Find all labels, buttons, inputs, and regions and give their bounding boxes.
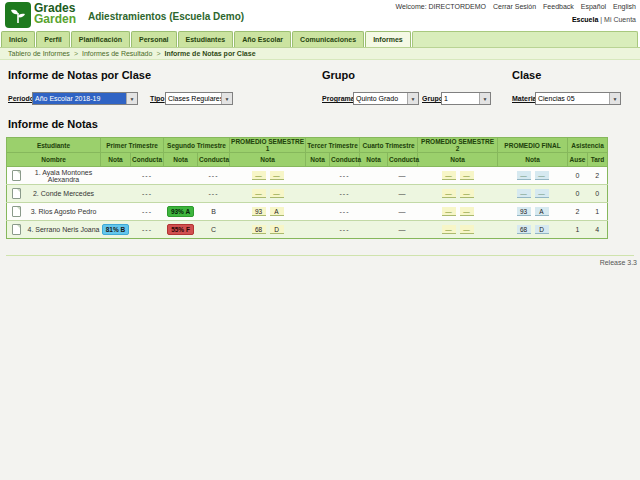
tab-inicio[interactable]: Inicio [1,31,35,47]
promedio-nota-box[interactable]: — [517,171,531,180]
promedio-letra-box[interactable]: A [270,207,284,216]
chevron-down-icon: ▼ [479,93,490,104]
col-nota: Nota [360,153,388,167]
tab-ano-escolar[interactable]: Año Escolar [234,31,291,47]
main-nav: Inicio Perfil Planificación Personal Est… [0,30,640,47]
promedio-nota-box[interactable]: — [442,207,456,216]
grade-badge[interactable]: 93% A [167,206,194,217]
promedio-letra-box[interactable]: — [460,207,474,216]
promedio-letra-box[interactable]: — [460,189,474,198]
ausencias-value: 0 [568,167,588,185]
logout-link[interactable]: Cerrar Sesión [493,3,536,10]
student-report-icon[interactable] [12,188,21,199]
promedio-nota-box[interactable]: 93 [252,207,266,216]
empty-cell [164,185,198,203]
grade-badge[interactable]: 55% F [167,224,194,235]
empty-cell [101,203,131,221]
breadcrumb-item-tablero[interactable]: Tablero de Informes [8,50,70,57]
materia-select[interactable]: Ciencias 05 ▼ [535,92,621,105]
promedio-final-cell: —— [498,185,568,203]
conducta-value: --- [198,167,230,185]
lang-spanish-link[interactable]: Español [581,3,606,10]
grupo-label[interactable]: Grupo [422,95,443,102]
student-report-icon[interactable] [12,170,21,181]
conducta-value: --- [330,203,360,221]
student-report-icon[interactable] [12,224,21,235]
grades-table: Estudiante Primer Trimestre Segundo Trim… [6,137,608,239]
col-ause: Ause [568,153,588,167]
feedback-link[interactable]: Feedback [543,3,574,10]
tipo-selected-value: Clases Regulares [166,93,221,104]
promedio-nota-box[interactable]: — [442,225,456,234]
breadcrumb-item-resultado[interactable]: Informes de Resultado [82,50,152,57]
tipo-select[interactable]: Clases Regulares ▼ [165,92,233,105]
page-root: Grades Garden Adiestramientos (Escuela D… [0,0,640,480]
top-header: Grades Garden Adiestramientos (Escuela D… [0,0,640,30]
user-area: Welcome: DIRECTORDEMO Cerrar Sesión Feed… [396,3,636,23]
col-conducta: Conducta [330,153,360,167]
promedio-letra-box[interactable]: A [535,207,549,216]
promedio-sem1-cell: 68D [230,221,306,239]
grade-badge[interactable]: 81% B [102,224,130,235]
tab-comunicaciones[interactable]: Comunicaciones [292,31,364,47]
promedio-nota-box[interactable]: — [442,171,456,180]
school-link[interactable]: Escuela [572,16,598,23]
col-nota: Nota [418,153,498,167]
promedio-letra-box[interactable]: D [270,225,284,234]
grades-garden-logo[interactable] [5,2,31,28]
promedio-nota-box[interactable]: 93 [517,207,531,216]
tab-perfil[interactable]: Perfil [36,31,70,47]
promedio-letra-box[interactable]: — [270,189,284,198]
empty-cell [306,203,330,221]
student-name: 4. Serrano Neris Joana [27,221,101,239]
col-nota: Nota [498,153,568,167]
promedio-nota-box[interactable]: 68 [517,225,531,234]
promedio-final-cell: 68D [498,221,568,239]
grupo-selected-value: 1 [442,93,479,104]
tardanzas-value: 1 [588,203,608,221]
tab-informes[interactable]: Informes [365,31,411,47]
promedio-final-cell: 93A [498,203,568,221]
promedio-sem2-cell: —— [418,185,498,203]
chevron-down-icon: ▼ [126,93,137,104]
promedio-nota-box[interactable]: 68 [252,225,266,234]
empty-cell [306,185,330,203]
promedio-letra-box[interactable]: — [535,171,549,180]
main-content: Informe de Notas por Clase Grupo Clase P… [0,60,640,480]
breadcrumb: Tablero de Informes > Informes de Result… [0,47,640,60]
promedio-nota-box[interactable]: — [252,171,266,180]
promedio-letra-box[interactable]: — [460,171,474,180]
school-title: Adiestramientos (Escuela Demo) [88,11,244,22]
promedio-nota-box[interactable]: — [252,189,266,198]
conducta-value: --- [131,167,164,185]
grupo-select[interactable]: 1 ▼ [441,92,491,105]
tab-estudiantes[interactable]: Estudiantes [178,31,234,47]
tab-personal[interactable]: Personal [131,31,177,47]
col-group-promedio-final: PROMEDIO FINAL [498,138,568,153]
student-report-icon[interactable] [12,206,21,217]
tab-planificacion[interactable]: Planificación [71,31,130,47]
my-account-link[interactable]: Mi Cuenta [604,16,636,23]
promedio-nota-box[interactable]: — [517,189,531,198]
materia-selected-value: Ciencias 05 [536,93,609,104]
promedio-letra-box[interactable]: — [460,225,474,234]
programa-label[interactable]: Programa [322,95,355,102]
empty-cell [360,203,388,221]
promedio-letra-box[interactable]: — [535,189,549,198]
promedio-letra-box[interactable]: D [535,225,549,234]
promedio-nota-box[interactable]: — [442,189,456,198]
materia-label[interactable]: Materia [512,95,537,102]
promedio-letra-box[interactable]: — [270,171,284,180]
periodo-selected-value: Año Escolar 2018-19 [33,93,126,104]
tipo-label[interactable]: Tipo [150,95,165,102]
lang-english-link[interactable]: English [613,3,636,10]
chevron-down-icon: ▼ [221,93,232,104]
conducta-value: --- [330,167,360,185]
periodo-select[interactable]: Año Escolar 2018-19 ▼ [32,92,138,105]
table-title: Informe de Notas [8,118,98,130]
periodo-label[interactable]: Período [8,95,34,102]
table-row: 4. Serrano Neris Joana 81% B --- 55% F C… [7,221,608,239]
programa-select[interactable]: Quinto Grado ▼ [353,92,419,105]
col-nota: Nota [164,153,198,167]
promedio-sem1-cell: —— [230,185,306,203]
